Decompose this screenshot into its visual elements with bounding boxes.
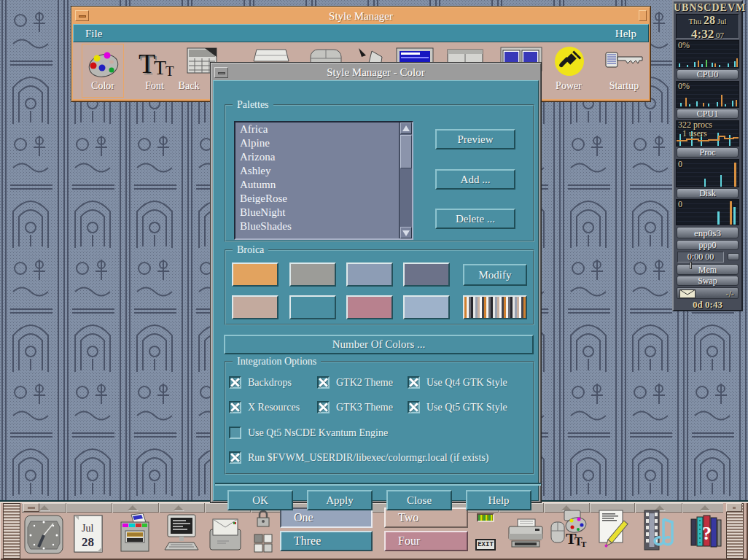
window-titlebar[interactable]: Style Manager [73,8,649,24]
proc-label[interactable]: Proc [677,147,739,158]
disk-label[interactable]: Disk [677,188,739,198]
cpu1-label[interactable]: CPU1 [677,109,739,119]
check-x-icon [230,378,240,387]
tool-backdrop-label: Back [167,80,211,92]
load-meter [477,513,494,522]
dialog-separator [215,483,541,486]
subpanel-arrow[interactable] [128,505,138,510]
palette-item[interactable]: Africa [235,122,412,136]
palette-item[interactable]: Alpine [235,136,412,150]
checkbox-label: Use Qt4 GTK Style [426,376,507,389]
color-swatch-3[interactable] [346,262,393,287]
dialog-menu-button[interactable] [214,67,228,78]
workspace-four[interactable]: Four [384,531,468,551]
menu-help[interactable]: Help [609,26,642,42]
apply-button[interactable]: Apply [307,490,373,510]
color-palette-icon [87,47,120,79]
uptime: 0d 0:43 [674,299,741,311]
panel-minimize-right[interactable] [726,503,742,512]
color-swatch-8[interactable] [403,295,450,319]
window-maximize-button[interactable] [639,10,647,21]
mem-label[interactable]: Mem [677,264,739,275]
scroll-down-button[interactable] [400,227,412,238]
add-button[interactable]: Add ... [435,169,515,190]
up-arrow-icon [402,125,410,131]
svg-text:T: T [139,48,155,79]
checkbox-kvantum[interactable] [229,427,241,439]
svg-text:?: ? [702,523,712,544]
timer-button[interactable] [728,253,739,260]
down-arrow-icon [402,230,410,236]
help-icon[interactable]: ? [690,513,722,551]
checkbox-label: Run $FVWM_USERDIR/libexec/colormgr.local… [248,451,489,464]
checkbox-gtk2[interactable] [317,376,330,389]
ok-button[interactable]: OK [227,490,293,510]
palette-item[interactable]: BeigeRose [235,192,412,206]
palette-item[interactable]: Autumn [235,178,412,192]
scrollbar-thumb[interactable] [400,135,412,168]
checkbox-qt5[interactable] [408,401,420,413]
palette-item[interactable]: Arizona [235,150,412,164]
mem-krell[interactable] [690,262,692,269]
printer-icon[interactable] [506,518,545,551]
preview-button[interactable]: Preview [435,129,515,149]
exit-button[interactable]: EXIT [475,538,496,553]
subpanel-arrow[interactable] [39,505,50,510]
close-button[interactable]: Close [386,490,452,510]
text-editor-icon[interactable] [596,509,631,553]
workspace-three[interactable]: Three [280,531,373,551]
dialog-titlebar[interactable]: Style Manager - Color [213,65,539,80]
palette-item[interactable]: BlueNight [235,206,412,219]
scroll-up-button[interactable] [400,122,412,134]
subpanel-arrow[interactable] [700,505,710,510]
file-manager-icon[interactable] [117,513,153,556]
mail-row[interactable]: -/- [677,287,739,299]
lock-icon[interactable] [255,510,271,528]
color-swatch-7[interactable] [346,295,393,319]
subpanel-arrow[interactable] [174,505,184,510]
cpu0-label[interactable]: CPU0 [677,69,739,79]
color-swatch-4[interactable] [403,262,450,287]
help-button[interactable]: Help [466,490,531,510]
checkbox-backdrops[interactable] [229,376,241,389]
color-swatch-1[interactable] [232,262,278,287]
menu-file[interactable]: File [79,26,108,42]
modify-button[interactable]: Modify [463,264,527,286]
color-swatch-2[interactable] [289,262,336,287]
workspace-one[interactable]: One [280,508,373,528]
checkbox-xresources[interactable] [229,401,241,413]
window-menu-button[interactable] [75,10,89,21]
terminal-icon[interactable] [162,513,201,556]
calendar-icon[interactable]: Jul 28 [73,513,104,554]
color-dialog: Style Manager - Color Palettes Africa Al… [210,62,542,503]
net-iface2[interactable]: ppp0 [677,240,739,250]
style-manager-icon[interactable]: T T T [548,509,588,551]
multimedia-icon[interactable] [642,509,678,553]
monitor-clock[interactable]: Thu 28 Jul 4:32 07 [676,14,739,39]
checkbox-qt4[interactable] [408,376,420,389]
mail-envelope-icon [679,289,696,298]
delete-button[interactable]: Delete ... [435,209,515,229]
mail-icon[interactable] [207,513,244,554]
clock-icon[interactable] [24,513,63,556]
checkbox-gtk3[interactable] [317,401,330,413]
palette-item[interactable]: Ashley [235,164,412,178]
panel-minimize-left[interactable] [23,503,39,512]
workspace-grid-icon[interactable] [254,534,273,553]
exit-label: EXIT [475,539,496,551]
color-swatch-6[interactable] [289,295,336,319]
swap-label[interactable]: Swap [677,276,739,286]
panel-handle-left[interactable] [3,503,20,559]
cpu0-load: 0% [678,40,690,51]
current-palette-label: Broica [233,244,268,256]
workspace-two[interactable]: Two [384,508,468,528]
net-iface1[interactable]: enp0s3 [677,227,739,238]
color-swatch-5[interactable] [232,295,278,319]
number-of-colors-button[interactable]: Number Of Colors ... [224,335,534,354]
checkbox-colormgr-local[interactable] [229,451,241,464]
palette-listbox[interactable]: Africa Alpine Arizona Ashley Autumn Beig… [234,121,413,240]
multicolor-swatch[interactable] [463,295,527,319]
palette-scrollbar[interactable] [399,122,412,238]
checkbox-label: Use Qt5 GTK Style [426,401,507,414]
palette-item[interactable]: BlueShades [235,219,412,233]
